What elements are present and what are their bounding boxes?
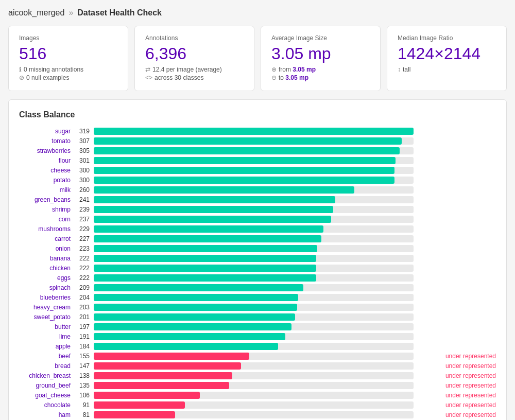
bar-container <box>94 225 414 233</box>
page: aicook_merged » Dataset Health Check Ima… <box>0 0 515 420</box>
stat-value: 3.05 mp <box>271 45 370 63</box>
breadcrumb: aicook_merged » Dataset Health Check <box>8 8 507 18</box>
breadcrumb-parent[interactable]: aicook_merged <box>8 8 64 18</box>
bar-status: under represented <box>414 372 496 379</box>
bar-row: sweet_potato 201 <box>19 313 496 321</box>
stat-detail-text: from 3.05 mp <box>279 66 316 73</box>
bar-fill <box>94 353 249 360</box>
bar-label[interactable]: apple <box>19 343 76 350</box>
bar-count: 81 <box>76 411 94 418</box>
bar-status: under represented <box>414 353 496 360</box>
bar-count: 155 <box>76 353 94 360</box>
bar-label[interactable]: blueberries <box>19 294 76 301</box>
bar-label[interactable]: onion <box>19 245 76 252</box>
bar-fill <box>94 274 316 282</box>
bar-fill <box>94 235 321 242</box>
bar-container <box>94 177 414 184</box>
bar-fill <box>94 401 185 409</box>
bar-label[interactable]: ground_beef <box>19 382 76 389</box>
stat-label: Average Image Size <box>271 34 370 42</box>
bar-row: cheese 300 <box>19 167 496 174</box>
bar-count: 305 <box>76 147 94 154</box>
bar-count: 191 <box>76 333 94 340</box>
bar-row: goat_cheese 106 under represented <box>19 392 496 399</box>
bar-label[interactable]: milk <box>19 186 76 194</box>
bar-count: 300 <box>76 177 94 184</box>
bar-label[interactable]: sweet_potato <box>19 313 76 321</box>
bar-container <box>94 235 414 242</box>
bar-label[interactable]: bread <box>19 362 76 370</box>
bar-label[interactable]: cheese <box>19 167 76 174</box>
bar-label[interactable]: chicken_breast <box>19 372 76 379</box>
bar-label[interactable]: chicken <box>19 265 76 272</box>
bar-fill <box>94 362 241 370</box>
bar-fill <box>94 411 175 418</box>
bar-row: carrot 227 <box>19 235 496 242</box>
bar-fill <box>94 216 331 223</box>
bar-fill <box>94 343 278 350</box>
bar-label[interactable]: tomato <box>19 137 76 145</box>
bar-container <box>94 255 414 262</box>
bar-label[interactable]: strawberries <box>19 147 76 154</box>
bar-label[interactable]: eggs <box>19 274 76 282</box>
bar-label[interactable]: sugar <box>19 128 76 135</box>
detail-icon: <> <box>145 74 152 81</box>
bar-count: 229 <box>76 225 94 233</box>
stat-detail: <> across 30 classes <box>145 74 244 81</box>
stat-detail-text: across 30 classes <box>154 74 203 81</box>
bar-label[interactable]: spinach <box>19 284 76 291</box>
bar-label[interactable]: carrot <box>19 235 76 242</box>
bar-row: onion 223 <box>19 245 496 252</box>
bar-container <box>94 392 414 399</box>
bar-row: beef 155 under represented <box>19 353 496 360</box>
stat-card-median-ratio: Median Image Ratio 1424×2144 ↕ tall <box>387 26 507 91</box>
stat-detail: ⊘ 0 null examples <box>19 74 117 81</box>
bar-label[interactable]: goat_cheese <box>19 392 76 399</box>
bar-container <box>94 265 414 272</box>
bar-row: butter 197 <box>19 323 496 330</box>
bar-label[interactable]: potato <box>19 177 76 184</box>
stat-detail-text: 0 missing annotations <box>24 66 83 73</box>
stat-label: Images <box>19 34 117 42</box>
bar-count: 203 <box>76 304 94 311</box>
bar-label[interactable]: ham <box>19 411 76 418</box>
bar-fill <box>94 196 335 203</box>
bar-label[interactable]: corn <box>19 216 76 223</box>
bar-label[interactable]: heavy_cream <box>19 304 76 311</box>
bar-row: blueberries 204 <box>19 294 496 301</box>
bar-label[interactable]: beef <box>19 353 76 360</box>
bar-container <box>94 304 414 311</box>
bar-label[interactable]: chocolate <box>19 401 76 409</box>
bar-label[interactable]: butter <box>19 323 76 330</box>
bar-label[interactable]: mushrooms <box>19 225 76 233</box>
bar-fill <box>94 225 323 233</box>
bar-row: chicken_breast 138 under represented <box>19 372 496 379</box>
bar-row: ground_beef 135 under represented <box>19 382 496 389</box>
bar-label[interactable]: banana <box>19 255 76 262</box>
stat-card-avg-size: Average Image Size 3.05 mp ⊕ from 3.05 m… <box>261 26 381 91</box>
bar-count: 197 <box>76 323 94 330</box>
bar-fill <box>94 255 316 262</box>
bar-fill <box>94 304 297 311</box>
bar-fill <box>94 265 316 272</box>
bar-container <box>94 323 414 330</box>
bar-label[interactable]: lime <box>19 333 76 340</box>
bar-row: strawberries 305 <box>19 147 496 154</box>
bar-container <box>94 284 414 291</box>
bar-status: under represented <box>414 382 496 389</box>
bar-label[interactable]: flour <box>19 157 76 164</box>
bar-fill <box>94 167 394 174</box>
bar-fill <box>94 382 229 389</box>
bar-container <box>94 411 414 418</box>
bar-label[interactable]: green_beans <box>19 196 76 203</box>
bar-label[interactable]: shrimp <box>19 206 76 213</box>
bar-row: corn 237 <box>19 216 496 223</box>
bar-count: 184 <box>76 343 94 350</box>
bar-container <box>94 196 414 203</box>
bar-count: 241 <box>76 196 94 203</box>
bar-container <box>94 382 414 389</box>
bar-container <box>94 353 414 360</box>
bar-count: 204 <box>76 294 94 301</box>
class-balance-card: Class Balance sugar 319 tomato 307 straw… <box>8 99 507 420</box>
bar-row: eggs 222 <box>19 274 496 282</box>
